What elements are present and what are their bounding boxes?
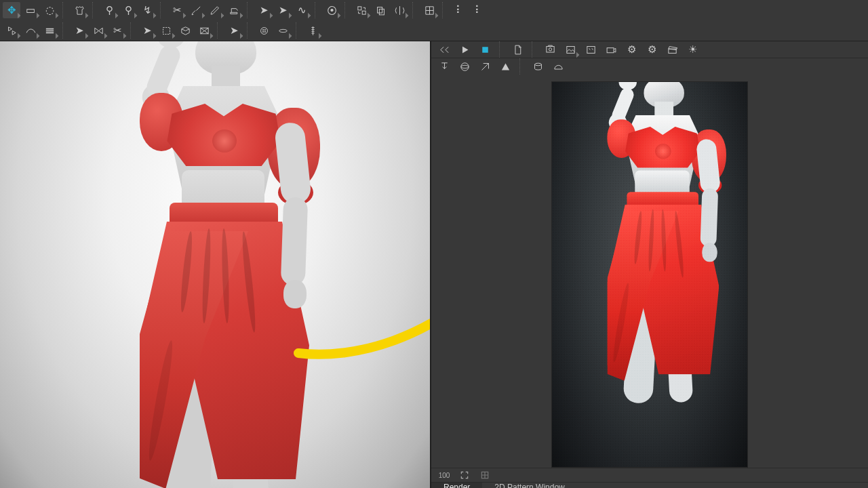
cursor-3d-icon[interactable]: ↯ — [138, 2, 156, 18]
separator — [92, 2, 96, 18]
separator — [247, 2, 251, 18]
render-output — [551, 81, 748, 468]
move-tool-icon[interactable]: ✥ — [3, 2, 20, 18]
simulate-icon[interactable] — [3, 22, 20, 39]
grid-icon[interactable] — [420, 2, 438, 18]
sun-icon[interactable]: ☀ — [684, 41, 701, 58]
separator — [247, 22, 251, 39]
pin-add-icon[interactable]: ⚲ — [100, 2, 118, 18]
pointer-curve-icon[interactable]: ∿ — [293, 2, 311, 18]
avatar-render — [564, 81, 748, 390]
svg-rect-18 — [607, 47, 614, 52]
cut-icon[interactable]: ✂ — [108, 22, 126, 39]
arrange-icon[interactable] — [353, 2, 370, 18]
move-down-icon[interactable] — [435, 58, 453, 75]
more-1-icon[interactable]: ⠇ — [450, 2, 468, 18]
svg-point-20 — [460, 62, 468, 70]
cursor-c-icon[interactable]: ➤ — [225, 22, 243, 39]
step-back-icon[interactable] — [435, 41, 453, 58]
render-toolbar-row-1: ⚙ ⚙ ☀ — [431, 41, 868, 58]
button-icon[interactable] — [255, 22, 273, 39]
workspace: ⚙ ⚙ ☀ — [0, 41, 868, 488]
svg-rect-4 — [163, 27, 170, 34]
separator — [160, 2, 164, 18]
pointer-b-icon[interactable]: ➤ — [138, 22, 156, 39]
tab-2d-pattern[interactable]: 2D Pattern Window — [482, 483, 576, 488]
svg-rect-1 — [362, 11, 366, 14]
gear-2-icon[interactable]: ⚙ — [643, 41, 660, 58]
image-icon[interactable] — [561, 41, 579, 58]
separator — [499, 41, 503, 58]
tack-icon[interactable]: ⦿ — [323, 2, 340, 18]
svg-point-9 — [262, 31, 263, 32]
render-pane: ⚙ ⚙ ☀ — [431, 41, 868, 488]
svg-point-10 — [264, 31, 265, 32]
dome-icon[interactable] — [549, 58, 567, 75]
fit-screen-icon[interactable] — [457, 468, 472, 482]
render-zoom-bar: 100 — [431, 468, 868, 482]
svg-rect-2 — [377, 7, 382, 13]
pointer-edit-icon[interactable]: ➤ — [274, 2, 292, 18]
separator — [296, 22, 300, 39]
mirror-h-icon[interactable] — [391, 2, 408, 18]
zoom-label: 100 — [439, 472, 450, 479]
lasso-select-icon[interactable]: ◌ — [41, 2, 58, 18]
avatar-3d — [75, 41, 353, 488]
smooth-icon[interactable] — [22, 22, 39, 39]
play-icon[interactable] — [456, 41, 473, 58]
sew-icon[interactable]: ✂ — [168, 2, 186, 18]
more-2-icon[interactable]: ⠇ — [469, 2, 487, 18]
clapper-icon[interactable] — [663, 41, 681, 58]
separator — [217, 22, 221, 39]
triangle-icon[interactable] — [496, 58, 514, 75]
separator — [62, 22, 66, 39]
page-icon[interactable] — [509, 41, 526, 58]
zoom-value[interactable]: 100 — [437, 468, 452, 482]
svg-point-8 — [264, 29, 265, 30]
svg-rect-13 — [482, 47, 488, 53]
toolbar-row-1: ✥ ▭ ◌ ⚲ ⚲ ↯ ✂ ➤ ➤ ∿ ⦿ — [0, 0, 868, 20]
svg-rect-0 — [357, 6, 361, 9]
image-fx-icon[interactable] — [582, 41, 599, 58]
copy-icon[interactable] — [372, 2, 389, 18]
separator — [344, 2, 349, 18]
fold-icon[interactable] — [90, 22, 107, 39]
separator — [62, 2, 66, 18]
svg-rect-14 — [546, 46, 553, 52]
edit-sew-icon[interactable] — [206, 2, 224, 18]
3d-viewport[interactable] — [0, 41, 431, 488]
pin-edit-icon[interactable]: ⚲ — [119, 2, 137, 18]
camera-icon[interactable] — [602, 41, 620, 58]
texture-icon[interactable] — [195, 22, 213, 39]
select-mode-icon[interactable]: ➤ — [71, 22, 88, 39]
top-toolbars: ✥ ▭ ◌ ⚲ ⚲ ↯ ✂ ➤ ➤ ∿ ⦿ — [0, 0, 868, 41]
sphere-icon[interactable] — [456, 58, 473, 75]
mesh-select-icon[interactable] — [176, 22, 194, 39]
sew-edit-icon[interactable] — [187, 2, 205, 18]
grid-toggle-icon[interactable] — [477, 468, 492, 482]
separator — [442, 2, 446, 18]
zipper-icon[interactable] — [304, 22, 321, 39]
sew-machine-icon[interactable] — [225, 2, 243, 18]
render-canvas[interactable] — [431, 75, 868, 468]
svg-point-22 — [534, 63, 541, 66]
tab-render[interactable]: Render — [431, 483, 482, 488]
cylinder-icon[interactable] — [529, 58, 547, 75]
separator — [532, 41, 536, 58]
svg-rect-3 — [379, 9, 384, 15]
render-region-icon[interactable] — [476, 41, 494, 58]
svg-point-6 — [260, 27, 267, 34]
pointer-icon[interactable]: ➤ — [255, 2, 273, 18]
toolbar-row-2: ➤ ✂ ➤ ➤ — [0, 20, 868, 41]
render-toolbar-row-2 — [431, 58, 868, 75]
thickness-icon[interactable] — [41, 22, 58, 39]
svg-point-11 — [279, 29, 286, 32]
buttonhole-icon[interactable] — [274, 22, 292, 39]
render-tabs: Render 2D Pattern Window — [431, 482, 868, 488]
select-tool-icon[interactable]: ▭ — [22, 2, 39, 18]
gear-icon[interactable]: ⚙ — [623, 41, 640, 58]
garment-icon[interactable] — [71, 2, 88, 18]
marquee-icon[interactable] — [157, 22, 175, 39]
save-image-icon[interactable] — [541, 41, 559, 58]
line-through-icon[interactable] — [476, 58, 494, 75]
